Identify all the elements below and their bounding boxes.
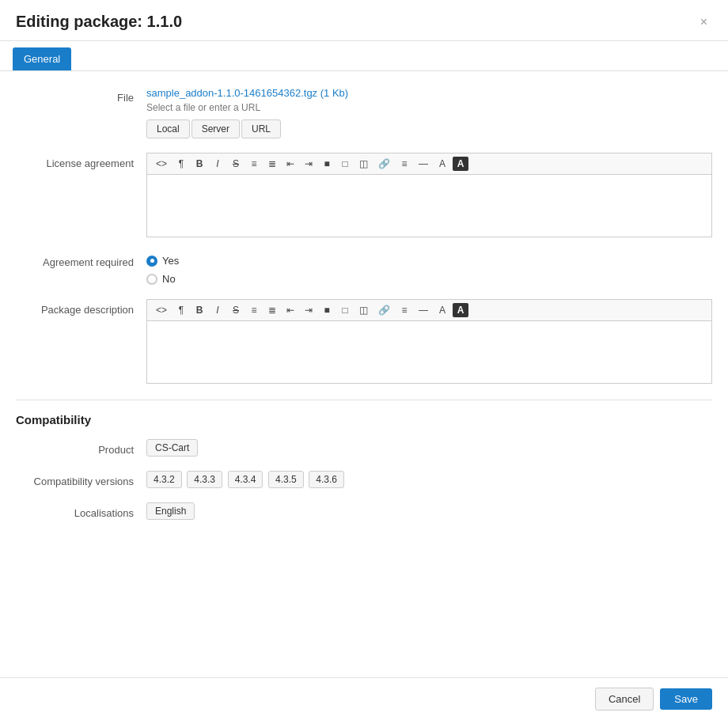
- toolbar-source-icon[interactable]: <>: [152, 157, 171, 171]
- toolbar-ul-icon[interactable]: ≡: [246, 157, 262, 171]
- toolbar-indent-icon[interactable]: ⇥: [301, 157, 317, 171]
- main-content: File sample_addon-1.1.0-1461654362.tgz (…: [0, 71, 728, 582]
- toolbar-fontbg-icon[interactable]: A: [453, 157, 468, 171]
- versions-row: Compatibility versions 4.3.2 4.3.3 4.3.4…: [16, 471, 712, 488]
- toolbar-media-icon[interactable]: □: [337, 157, 353, 171]
- agreement-row: Agreement required Yes No: [16, 252, 712, 285]
- version-badge-3: 4.3.5: [268, 471, 304, 488]
- radio-group: Yes No: [146, 252, 712, 285]
- product-badge: CS-Cart: [146, 439, 198, 457]
- localisations-label: Localisations: [16, 502, 146, 519]
- dialog-header: Editing package: 1.1.0 ×: [0, 0, 728, 41]
- versions-label: Compatibility versions: [16, 471, 146, 487]
- desc-toolbar-outdent-icon[interactable]: ⇤: [282, 303, 298, 317]
- radio-yes-circle: [146, 256, 157, 267]
- dialog-title: Editing package: 1.1.0: [16, 13, 182, 31]
- desc-toolbar: <> ¶ B I S ≡ ≣ ⇤ ⇥ ■ □ ◫ 🔗 ≡ — A A: [146, 299, 712, 320]
- file-control: sample_addon-1.1.0-1461654362.tgz (1 Kb)…: [146, 87, 712, 138]
- product-row: Product CS-Cart: [16, 439, 712, 457]
- toolbar-bold-icon[interactable]: B: [191, 157, 207, 171]
- localisations-control: English: [146, 502, 712, 520]
- desc-toolbar-source-icon[interactable]: <>: [152, 303, 171, 317]
- radio-no[interactable]: No: [146, 273, 712, 285]
- desc-toolbar-bold-icon[interactable]: B: [191, 303, 207, 317]
- file-label: File: [16, 87, 146, 104]
- toolbar-hr-icon[interactable]: —: [415, 157, 432, 171]
- file-name-line: sample_addon-1.1.0-1461654362.tgz (1 Kb): [146, 87, 712, 99]
- section-divider: [16, 400, 712, 400]
- version-badge-1: 4.3.3: [187, 471, 222, 488]
- tab-bar: General: [0, 41, 728, 71]
- license-editor-body[interactable]: [146, 174, 712, 237]
- desc-toolbar-table-icon[interactable]: ◫: [355, 303, 372, 317]
- package-desc-label: Package description: [16, 299, 146, 316]
- desc-toolbar-image-icon[interactable]: ■: [319, 303, 335, 317]
- close-button[interactable]: ×: [696, 13, 712, 31]
- toolbar-image-icon[interactable]: ■: [319, 157, 335, 171]
- license-row: License agreement <> ¶ B I S ≡ ≣ ⇤ ⇥ ■ □…: [16, 153, 712, 237]
- desc-toolbar-fontbg-icon[interactable]: A: [453, 303, 468, 317]
- version-badge-0: 4.3.2: [146, 471, 182, 488]
- content-area: File sample_addon-1.1.0-1461654362.tgz (…: [0, 71, 728, 520]
- desc-toolbar-ul-icon[interactable]: ≡: [246, 303, 262, 317]
- radio-yes-label: Yes: [162, 255, 179, 267]
- version-badge-4: 4.3.6: [309, 471, 344, 488]
- toolbar-fontcolor-icon[interactable]: A: [434, 157, 450, 171]
- tab-general[interactable]: General: [13, 47, 71, 70]
- file-hint: Select a file or enter a URL: [146, 102, 712, 113]
- dialog-footer: Cancel Save: [0, 677, 728, 720]
- version-badge-2: 4.3.4: [228, 471, 264, 488]
- desc-toolbar-strike-icon[interactable]: S: [228, 303, 244, 317]
- license-editor: <> ¶ B I S ≡ ≣ ⇤ ⇥ ■ □ ◫ 🔗 ≡ — A A: [146, 153, 712, 237]
- desc-toolbar-hr-icon[interactable]: —: [415, 303, 432, 317]
- toolbar-table-icon[interactable]: ◫: [355, 157, 372, 171]
- desc-toolbar-media-icon[interactable]: □: [337, 303, 353, 317]
- license-toolbar: <> ¶ B I S ≡ ≣ ⇤ ⇥ ■ □ ◫ 🔗 ≡ — A A: [146, 153, 712, 174]
- radio-yes[interactable]: Yes: [146, 255, 712, 267]
- file-link[interactable]: sample_addon-1.1.0-1461654362.tgz (1 Kb): [146, 87, 348, 99]
- package-desc-row: Package description <> ¶ B I S ≡ ≣ ⇤ ⇥ ■…: [16, 299, 712, 384]
- desc-toolbar-paragraph-icon[interactable]: ¶: [173, 303, 189, 317]
- file-local-button[interactable]: Local: [146, 119, 190, 138]
- versions-control: 4.3.2 4.3.3 4.3.4 4.3.5 4.3.6: [146, 471, 712, 488]
- toolbar-align-icon[interactable]: ≡: [396, 157, 412, 171]
- file-url-button[interactable]: URL: [241, 119, 281, 138]
- desc-toolbar-fontcolor-icon[interactable]: A: [434, 303, 450, 317]
- product-label: Product: [16, 439, 146, 456]
- desc-toolbar-align-icon[interactable]: ≡: [396, 303, 412, 317]
- file-buttons: Local Server URL: [146, 119, 712, 138]
- localisations-row: Localisations English: [16, 502, 712, 520]
- file-row: File sample_addon-1.1.0-1461654362.tgz (…: [16, 87, 712, 138]
- localisation-badge-0: English: [146, 502, 195, 520]
- license-label: License agreement: [16, 153, 146, 169]
- toolbar-paragraph-icon[interactable]: ¶: [173, 157, 189, 171]
- desc-editor-body[interactable]: [146, 320, 712, 384]
- desc-toolbar-ol-icon[interactable]: ≣: [264, 303, 280, 317]
- file-server-button[interactable]: Server: [191, 119, 240, 138]
- toolbar-strike-icon[interactable]: S: [228, 157, 244, 171]
- agreement-label: Agreement required: [16, 252, 146, 268]
- radio-no-circle: [146, 274, 157, 285]
- compatibility-title: Compatibility: [16, 413, 712, 426]
- agreement-control: Yes No: [146, 252, 712, 285]
- cancel-button[interactable]: Cancel: [595, 688, 654, 711]
- toolbar-outdent-icon[interactable]: ⇤: [282, 157, 298, 171]
- package-desc-editor: <> ¶ B I S ≡ ≣ ⇤ ⇥ ■ □ ◫ 🔗 ≡ — A A: [146, 299, 712, 384]
- desc-toolbar-indent-icon[interactable]: ⇥: [301, 303, 317, 317]
- radio-no-label: No: [162, 273, 176, 285]
- product-control: CS-Cart: [146, 439, 712, 457]
- desc-toolbar-link-icon[interactable]: 🔗: [374, 303, 394, 317]
- desc-toolbar-italic-icon[interactable]: I: [210, 303, 226, 317]
- toolbar-link-icon[interactable]: 🔗: [374, 157, 394, 171]
- toolbar-ol-icon[interactable]: ≣: [264, 157, 280, 171]
- toolbar-italic-icon[interactable]: I: [210, 157, 226, 171]
- save-button[interactable]: Save: [660, 688, 712, 710]
